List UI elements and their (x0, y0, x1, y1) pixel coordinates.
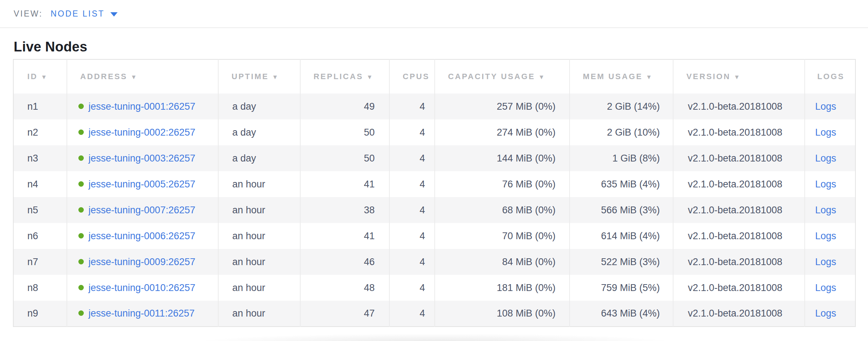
node-live-status-icon (78, 259, 84, 264)
cell-mem-usage: 2 GiB (10%) (570, 119, 673, 145)
cell-address: jesse-tuning-0010:26257 (67, 275, 218, 301)
column-header-address[interactable]: ADDRESS▼ (67, 59, 218, 94)
cell-version: v2.1.0-beta.20181008 (673, 301, 805, 327)
logs-link[interactable]: Logs (815, 256, 836, 267)
cell-uptime: an hour (218, 249, 300, 275)
address-link[interactable]: jesse-tuning-0007:26257 (88, 205, 195, 215)
logs-link[interactable]: Logs (815, 101, 836, 112)
cell-capacity-usage: 76 MiB (0%) (435, 171, 570, 197)
cell-cpus: 4 (389, 301, 435, 327)
table-row: n7 jesse-tuning-0009:26257 an hour 46 4 … (13, 249, 855, 275)
cell-logs: Logs (805, 301, 855, 327)
cell-node-id: n2 (13, 119, 67, 145)
address-link[interactable]: jesse-tuning-0010:26257 (88, 282, 195, 293)
cell-uptime: an hour (218, 301, 300, 327)
cell-logs: Logs (805, 197, 855, 223)
cell-version: v2.1.0-beta.20181008 (673, 119, 805, 145)
cell-replicas: 50 (300, 119, 389, 145)
column-header-id[interactable]: ID▼ (13, 59, 67, 94)
cell-version: v2.1.0-beta.20181008 (673, 275, 805, 301)
cell-cpus: 4 (389, 145, 435, 171)
logs-link[interactable]: Logs (815, 205, 836, 215)
cell-replicas: 41 (300, 223, 389, 249)
table-row: n9 jesse-tuning-0011:26257 an hour 47 4 … (13, 301, 855, 327)
logs-link[interactable]: Logs (815, 153, 836, 164)
logs-link[interactable]: Logs (815, 231, 836, 241)
cell-mem-usage: 2 GiB (14%) (570, 94, 673, 119)
cell-mem-usage: 759 MiB (5%) (570, 275, 673, 301)
column-header-uptime[interactable]: UPTIME▼ (218, 59, 300, 94)
node-live-status-icon (78, 104, 84, 109)
cell-uptime: an hour (218, 171, 300, 197)
live-nodes-table: ID▼ ADDRESS▼ UPTIME▼ REPLICAS▼ CPUS CAPA… (13, 59, 856, 327)
cell-uptime: a day (218, 119, 300, 145)
cell-address: jesse-tuning-0002:26257 (67, 119, 218, 145)
node-live-status-icon (78, 310, 84, 316)
cell-uptime: a day (218, 145, 300, 171)
sort-arrow-icon: ▼ (646, 74, 653, 81)
cell-replicas: 41 (300, 171, 389, 197)
cell-replicas: 47 (300, 301, 389, 327)
cell-logs: Logs (805, 249, 855, 275)
column-header-replicas[interactable]: REPLICAS▼ (300, 59, 389, 94)
node-live-status-icon (78, 129, 84, 135)
cell-capacity-usage: 68 MiB (0%) (435, 197, 570, 223)
cell-cpus: 4 (389, 249, 435, 275)
view-bar: VIEW: NODE LIST (0, 0, 868, 28)
column-header-capacity-usage[interactable]: CAPACITY USAGE▼ (435, 59, 570, 94)
node-live-status-icon (78, 285, 84, 290)
cell-version: v2.1.0-beta.20181008 (673, 94, 805, 119)
cell-cpus: 4 (389, 223, 435, 249)
column-header-version[interactable]: VERSION▼ (673, 59, 805, 94)
logs-link[interactable]: Logs (815, 179, 836, 190)
cell-mem-usage: 566 MiB (3%) (570, 197, 673, 223)
address-link[interactable]: jesse-tuning-0001:26257 (88, 101, 195, 112)
cell-cpus: 4 (389, 197, 435, 223)
cell-cpus: 4 (389, 119, 435, 145)
cell-version: v2.1.0-beta.20181008 (673, 223, 805, 249)
cell-uptime: an hour (218, 197, 300, 223)
cell-capacity-usage: 144 MiB (0%) (435, 145, 570, 171)
address-link[interactable]: jesse-tuning-0009:26257 (88, 256, 195, 267)
cell-capacity-usage: 257 MiB (0%) (435, 94, 570, 119)
table-row: n3 jesse-tuning-0003:26257 a day 50 4 14… (13, 145, 855, 171)
cell-address: jesse-tuning-0005:26257 (67, 171, 218, 197)
table-row: n8 jesse-tuning-0010:26257 an hour 48 4 … (13, 275, 855, 301)
cell-node-id: n7 (13, 249, 67, 275)
cell-capacity-usage: 274 MiB (0%) (435, 119, 570, 145)
logs-link[interactable]: Logs (815, 308, 836, 319)
cell-version: v2.1.0-beta.20181008 (673, 145, 805, 171)
cell-address: jesse-tuning-0007:26257 (67, 197, 218, 223)
address-link[interactable]: jesse-tuning-0005:26257 (88, 179, 195, 190)
address-link[interactable]: jesse-tuning-0002:26257 (88, 127, 195, 138)
logs-link[interactable]: Logs (815, 282, 836, 293)
cell-capacity-usage: 84 MiB (0%) (435, 249, 570, 275)
address-link[interactable]: jesse-tuning-0006:26257 (88, 231, 195, 241)
cell-node-id: n4 (13, 171, 67, 197)
logs-link[interactable]: Logs (815, 127, 836, 138)
cell-replicas: 46 (300, 249, 389, 275)
cell-version: v2.1.0-beta.20181008 (673, 171, 805, 197)
cell-mem-usage: 614 MiB (4%) (570, 223, 673, 249)
sort-arrow-icon: ▼ (272, 74, 279, 81)
cell-address: jesse-tuning-0001:26257 (67, 94, 218, 119)
view-selected-value: NODE LIST (51, 9, 105, 19)
cell-replicas: 50 (300, 145, 389, 171)
cell-address: jesse-tuning-0009:26257 (67, 249, 218, 275)
view-selector[interactable]: NODE LIST (51, 9, 118, 19)
sort-arrow-icon: ▼ (41, 74, 48, 81)
cell-cpus: 4 (389, 171, 435, 197)
column-header-mem-usage[interactable]: MEM USAGE▼ (570, 59, 673, 94)
live-nodes-section: ID▼ ADDRESS▼ UPTIME▼ REPLICAS▼ CPUS CAPA… (13, 59, 855, 327)
address-link[interactable]: jesse-tuning-0011:26257 (88, 308, 195, 319)
cell-capacity-usage: 70 MiB (0%) (435, 223, 570, 249)
table-row: n4 jesse-tuning-0005:26257 an hour 41 4 … (13, 171, 855, 197)
column-header-cpus: CPUS (389, 59, 435, 94)
cell-mem-usage: 635 MiB (4%) (570, 171, 673, 197)
dropdown-arrow-icon (110, 12, 118, 17)
cell-address: jesse-tuning-0011:26257 (67, 301, 218, 327)
view-label: VIEW: (14, 9, 43, 19)
cell-node-id: n1 (13, 94, 67, 119)
node-live-status-icon (78, 207, 84, 213)
address-link[interactable]: jesse-tuning-0003:26257 (88, 153, 195, 164)
